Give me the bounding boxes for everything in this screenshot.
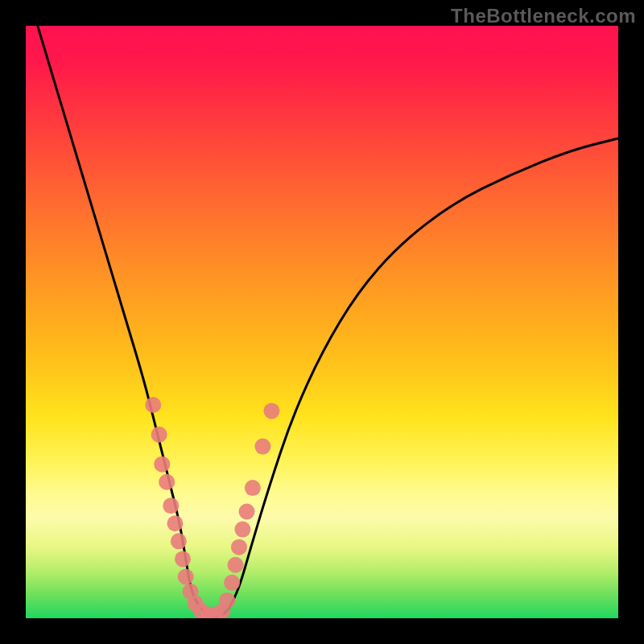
sample-dot: [219, 592, 235, 609]
sample-dot: [228, 557, 244, 573]
sample-dot: [234, 522, 250, 538]
sample-dot: [224, 575, 240, 591]
sample-dot: [254, 439, 270, 455]
sample-dot: [245, 480, 261, 496]
bottleneck-curve: [38, 26, 618, 617]
sample-dot: [154, 456, 170, 473]
sample-dot: [178, 568, 194, 584]
sample-dot: [239, 504, 255, 520]
chart-svg: [26, 26, 618, 618]
watermark-text: TheBottleneck.com: [451, 5, 636, 27]
sample-dot: [231, 539, 247, 555]
highlighted-samples-group: [145, 397, 279, 618]
sample-dot: [145, 397, 161, 413]
sample-dot: [171, 533, 187, 549]
sample-dot: [151, 427, 167, 443]
chart-frame: TheBottleneck.com: [0, 0, 644, 644]
sample-dot: [167, 515, 183, 531]
sample-dot: [175, 551, 191, 567]
sample-dot: [263, 402, 279, 419]
plot-area: [26, 26, 618, 618]
sample-dot: [163, 497, 179, 514]
sample-dot: [159, 474, 175, 490]
